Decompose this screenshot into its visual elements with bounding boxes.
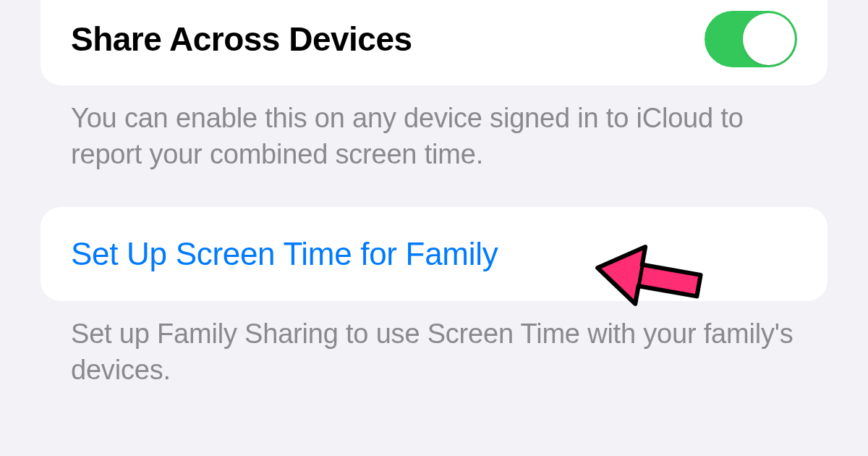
set-up-family-row[interactable]: Set Up Screen Time for Family	[41, 207, 827, 301]
share-across-devices-footer: You can enable this on any device signed…	[41, 85, 827, 172]
set-up-family-footer: Set up Family Sharing to use Screen Time…	[41, 301, 827, 388]
toggle-knob	[743, 13, 795, 65]
settings-list: Share Across Devices You can enable this…	[0, 0, 868, 389]
set-up-family-link[interactable]: Set Up Screen Time for Family	[71, 236, 498, 272]
share-across-devices-toggle[interactable]	[705, 11, 797, 67]
share-across-devices-label: Share Across Devices	[71, 20, 412, 59]
share-across-devices-row[interactable]: Share Across Devices	[41, 0, 827, 85]
